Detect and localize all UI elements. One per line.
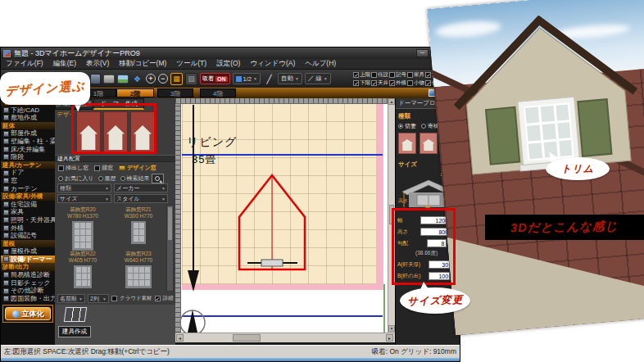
scrollbar-thumb[interactable] [233, 334, 261, 342]
sidebar-item[interactable]: ドア [1, 169, 55, 177]
horizontal-scrollbar[interactable]: ◄ ► [175, 333, 395, 342]
menu-settings[interactable]: 設定(O) [211, 59, 245, 69]
tool-icon [3, 147, 9, 152]
roof-type-radio[interactable]: 切妻 [398, 122, 416, 130]
layer-checkbox[interactable]: 上階 [353, 70, 371, 79]
menu-file[interactable]: ファイル(F) [1, 59, 48, 69]
sidebar-item[interactable]: 照明・天井器具 [1, 216, 55, 224]
sidebar-item[interactable]: 設備記号 [1, 232, 55, 240]
cloud-material-checkbox[interactable] [111, 296, 117, 301]
direction-arrow[interactable] [188, 105, 199, 292]
sort-dropdown[interactable]: 名前順▼ [57, 294, 85, 303]
scrollbar-thumb[interactable] [168, 207, 172, 240]
sidebar-item[interactable]: 図面装飾・出力 [1, 295, 55, 303]
radio-favorites[interactable] [58, 176, 63, 181]
zoom-in-icon[interactable]: + [146, 74, 156, 84]
product-item[interactable]: 装飾窓R20 W780 H1370 [57, 206, 109, 251]
tab-floor-2[interactable]: 2階 [116, 88, 154, 97]
sidebar-item[interactable]: その他診断 [1, 287, 55, 295]
sidebar-item[interactable]: 下絵/CAD [1, 106, 55, 115]
layer-checkbox[interactable]: 小物 [407, 79, 425, 87]
tool-icon [3, 225, 9, 231]
sidebar-item[interactable]: 階段 [1, 153, 55, 161]
roof-type-thumb[interactable] [398, 133, 416, 154]
scroll-up-icon[interactable]: ▲ [388, 98, 395, 105]
grid-toggle-icon[interactable]: ▦ [170, 73, 183, 85]
sidebar-item[interactable]: 日影チェック [1, 279, 55, 287]
search-button[interactable] [152, 174, 164, 183]
line-style-dropdown[interactable]: ／ 線 ▼ [305, 73, 331, 84]
layer-checkbox[interactable]: 住設 [371, 70, 389, 79]
sidebar-section: 屋根 [1, 240, 55, 248]
checkbox[interactable] [58, 165, 64, 171]
roof-type-thumb[interactable] [420, 133, 438, 154]
scroll-down-icon[interactable]: ▼ [388, 325, 395, 332]
style-dropdown[interactable]: スタイル▼ [114, 194, 168, 203]
tab-floor-3[interactable]: 3階 [157, 88, 193, 97]
radio-search-result[interactable] [120, 176, 125, 181]
radio-history[interactable] [98, 176, 103, 181]
scroll-left-icon[interactable]: ◄ [176, 334, 184, 342]
scale-dropdown[interactable]: 1/2 ▼ [233, 73, 261, 84]
snap-toggle[interactable]: 吸着 ON [200, 73, 230, 84]
tab-floor-4[interactable]: 4階 [200, 88, 236, 97]
kind-dropdown[interactable]: 種類▼ [57, 183, 111, 192]
layer-checkbox[interactable]: 天井 [371, 79, 389, 87]
sidebar-item[interactable]: 壁編集・柱・梁 [1, 138, 55, 146]
fit-view-icon[interactable]: ❖ [131, 73, 143, 85]
design-window-label[interactable]: デザイン窓 [127, 164, 156, 172]
image-icon[interactable] [117, 75, 129, 84]
sidebar-item[interactable]: カーテン [1, 185, 55, 193]
shutter-right [578, 99, 611, 156]
window-type-options: 掃出し窓 腰窓 デザイン窓 [58, 164, 156, 172]
size-dropdown[interactable]: サイズ▼ [57, 194, 111, 203]
layer-checkbox[interactable]: 外構 [389, 79, 407, 87]
detail-checkbox[interactable] [155, 296, 161, 301]
sidebar-item[interactable]: 家具 [1, 208, 55, 216]
plan-canvas[interactable]: リビング 35畳 ▲ ▼ [175, 98, 395, 342]
create-window-button[interactable]: 建具作成 [58, 326, 91, 337]
sidebar-item[interactable]: 住宅設備 [1, 201, 55, 209]
sidebar-item-dormer[interactable]: 設備/ドーマー [1, 256, 55, 264]
product-item[interactable]: 装飾窓R21 W300 H770 [112, 206, 165, 244]
catalog-footer: 名前順▼ 2列▼ クラウド素材 詳細 [57, 294, 174, 303]
sidebar-item[interactable]: 簡易構造診断 [1, 271, 55, 279]
catalog-scrollbar[interactable] [166, 205, 174, 292]
shutter-left [486, 107, 519, 165]
layer-icon[interactable]: ▨ [185, 73, 197, 85]
scroll-right-icon[interactable]: ► [386, 334, 393, 342]
layer-checkbox[interactable]: 家具 [407, 70, 425, 79]
product-item[interactable]: 装飾窓R22 W405 H770 [57, 251, 109, 288]
title-bar[interactable]: 無題 - 3DマイホームデザイナーPRO9 ─ □ × [1, 48, 460, 59]
auto-dropdown[interactable]: 自動 ▼ [278, 73, 302, 84]
menu-window[interactable]: ウィンドウ(A) [245, 59, 300, 69]
sidebar-item[interactable]: 外構 [1, 224, 55, 233]
product-item[interactable]: 装飾窓R23 W640 H770 [112, 251, 165, 288]
annotation-box-size [392, 208, 456, 285]
layer-checkbox[interactable]: 記号 [389, 70, 407, 79]
columns-dropdown[interactable]: 2列▼ [88, 294, 109, 303]
sidebar-item[interactable]: 敷地作成 [1, 114, 55, 122]
sidebar-item[interactable]: 床/天井編集 [1, 146, 55, 154]
dormer-outline-selected[interactable] [239, 175, 305, 269]
checkbox[interactable] [94, 165, 100, 171]
menu-tools[interactable]: ツール(T) [171, 59, 211, 69]
menu-move-copy[interactable]: 移動/コピー(M) [114, 59, 171, 69]
pen-icon[interactable]: ╱ [263, 73, 275, 85]
chevron-down-icon: ▼ [253, 76, 257, 81]
menu-view[interactable]: 表示(V) [81, 59, 114, 69]
zoom-out-icon[interactable]: − [158, 74, 168, 84]
menu-help[interactable]: ヘルプ(H) [300, 59, 341, 69]
sidebar-item[interactable]: 屋根作成 [1, 247, 55, 256]
layer-checkbox[interactable]: 下階 [353, 79, 371, 87]
print-icon[interactable] [103, 75, 115, 84]
sidebar-item[interactable]: 窓 [1, 177, 55, 185]
minimize-button[interactable]: ─ [416, 49, 429, 57]
maker-dropdown[interactable]: メーカー▼ [114, 183, 168, 192]
menu-edit[interactable]: 編集(E) [48, 59, 81, 69]
solidify-3d-button[interactable]: 立体化 [5, 307, 51, 320]
sidebar-item[interactable]: 部屋作成 [1, 129, 55, 138]
window-thumb-icon [74, 265, 92, 288]
chevron-down-icon: ▼ [295, 76, 299, 81]
save-icon[interactable] [90, 74, 101, 84]
